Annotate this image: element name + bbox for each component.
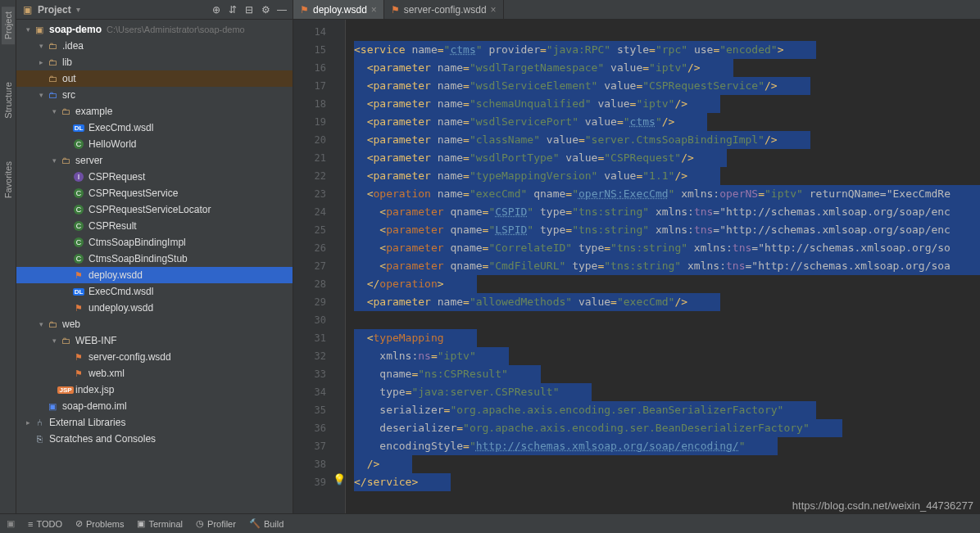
code-editor[interactable]: <service name="ctms" provider="java:RPC"…	[346, 20, 980, 515]
line-number[interactable]: 24	[297, 203, 326, 221]
code-line[interactable]: serializer="org.apache.axis.encoding.ser…	[354, 401, 980, 419]
line-number[interactable]: 37	[297, 437, 326, 455]
tree-item[interactable]: 🗀out	[16, 70, 293, 87]
tree-item[interactable]: ▾🗀WEB-INF	[16, 332, 293, 349]
scratches[interactable]: ⎘ Scratches and Consoles	[16, 431, 293, 447]
close-icon[interactable]: ×	[371, 4, 377, 16]
tree-item[interactable]: ⚑server-config.wsdd	[16, 349, 293, 365]
code-line[interactable]: <parameter qname="CSPID" type="tns:strin…	[354, 203, 980, 221]
line-number[interactable]: 30	[297, 311, 326, 329]
line-number[interactable]: 31	[297, 329, 326, 347]
tree-item[interactable]: ▸🗀lib	[16, 54, 293, 70]
line-number[interactable]: 26	[297, 239, 326, 257]
chevron-icon[interactable]: ▾	[49, 337, 59, 345]
editor-tab[interactable]: ⚑deploy.wsdd×	[293, 0, 384, 19]
code-line[interactable]: </operation>	[354, 275, 980, 293]
line-number[interactable]: 20	[297, 131, 326, 149]
external-libraries[interactable]: ▸ ⑃ External Libraries	[16, 414, 293, 431]
tree-item[interactable]: CCSPRequestService	[16, 185, 293, 201]
line-number[interactable]: 39	[297, 473, 326, 491]
tree-item[interactable]: CCtmsSoapBindingImpl	[16, 234, 293, 251]
tree-item[interactable]: DLExecCmd.wsdl	[16, 120, 293, 136]
tree-item[interactable]: ⚑undeploy.wsdd	[16, 300, 293, 316]
line-number[interactable]: 23	[297, 185, 326, 203]
code-line[interactable]: <parameter name="wsdlTargetNamespace" va…	[354, 59, 980, 77]
project-tree[interactable]: ▾ ▣ soap-demo C:\Users\Administrator\soa…	[16, 20, 293, 533]
gear-icon[interactable]: ⚙	[260, 4, 271, 16]
code-line[interactable]: <parameter name="allowedMethods" value="…	[354, 293, 980, 311]
line-number[interactable]: 22	[297, 167, 326, 185]
chevron-icon[interactable]: ▾	[49, 156, 59, 165]
line-number[interactable]: 34	[297, 383, 326, 401]
code-line[interactable]: xmlns:ns="iptv"	[354, 347, 980, 365]
line-gutter[interactable]: 1415161718192021222324252627282930313233…	[293, 20, 333, 515]
code-line[interactable]: deserializer="org.apache.axis.encoding.s…	[354, 419, 980, 437]
tree-item[interactable]: CCtmsSoapBindingStub	[16, 251, 293, 267]
tree-item[interactable]: ICSPRequest	[16, 169, 293, 185]
code-line[interactable]: <parameter name="wsdlServiceElement" val…	[354, 77, 980, 95]
line-number[interactable]: 33	[297, 365, 326, 383]
intention-bulb-icon[interactable]: 💡	[333, 473, 346, 486]
code-line[interactable]	[354, 23, 980, 41]
tree-item[interactable]: CCSPRequestServiceLocator	[16, 201, 293, 218]
chevron-icon[interactable]: ▾	[36, 91, 46, 99]
tree-item[interactable]: ⚑web.xml	[16, 365, 293, 382]
line-number[interactable]: 21	[297, 149, 326, 167]
problems-tab[interactable]: ⊘Problems	[75, 518, 124, 529]
chevron-icon[interactable]: ▾	[36, 42, 46, 50]
code-line[interactable]: type="java:server.CSPResult"	[354, 383, 980, 401]
code-line[interactable]: qname="ns:CSPResult"	[354, 365, 980, 383]
line-number[interactable]: 29	[297, 293, 326, 311]
line-number[interactable]: 14	[297, 23, 326, 41]
close-icon[interactable]: ×	[491, 4, 497, 16]
toolwindow-project[interactable]: Project	[2, 7, 15, 44]
code-line[interactable]: encodingStyle="http://schemas.xmlsoap.or…	[354, 437, 980, 455]
code-line[interactable]: <service name="ctms" provider="java:RPC"…	[354, 41, 980, 59]
editor-tab[interactable]: ⚑server-config.wsdd×	[384, 0, 504, 19]
line-number[interactable]: 27	[297, 257, 326, 275]
chevron-icon[interactable]: ▸	[36, 58, 46, 66]
tree-item[interactable]: ▣soap-demo.iml	[16, 398, 293, 414]
code-line[interactable]: <typeMapping	[354, 329, 980, 347]
code-line[interactable]: <parameter qname="LSPID" type="tns:strin…	[354, 221, 980, 239]
tree-item[interactable]: JSPindex.jsp	[16, 382, 293, 398]
line-number[interactable]: 28	[297, 275, 326, 293]
line-number[interactable]: 19	[297, 113, 326, 131]
tree-item[interactable]: ▾🗀.idea	[16, 38, 293, 54]
tree-root[interactable]: ▾ ▣ soap-demo C:\Users\Administrator\soa…	[16, 21, 293, 38]
chevron-icon[interactable]: ▾	[49, 107, 59, 115]
profiler-tab[interactable]: ◷Profiler	[196, 518, 236, 529]
line-number[interactable]: 25	[297, 221, 326, 239]
tree-item[interactable]: ▾🗀src	[16, 87, 293, 103]
tree-item-selected[interactable]: ⚑deploy.wsdd	[16, 267, 293, 283]
tree-item[interactable]: CHelloWorld	[16, 136, 293, 152]
code-line[interactable]: <operation name="execCmd" qname="operNS:…	[354, 185, 980, 203]
terminal-tab[interactable]: ▣Terminal	[137, 518, 183, 529]
toolwindow-favorites[interactable]: Favorites	[2, 156, 15, 203]
code-line[interactable]: />	[354, 455, 980, 473]
code-line[interactable]: <parameter name="schemaUnqualified" valu…	[354, 95, 980, 113]
code-line[interactable]: <parameter name="wsdlPortType" value="CS…	[354, 149, 980, 167]
line-number[interactable]: 18	[297, 95, 326, 113]
tree-item[interactable]: CCSPResult	[16, 218, 293, 234]
code-line[interactable]: <parameter qname="CmdFileURL" type="tns:…	[354, 257, 980, 275]
line-number[interactable]: 32	[297, 347, 326, 365]
locate-icon[interactable]: ⊕	[211, 4, 222, 16]
build-tab[interactable]: 🔨Build	[249, 518, 284, 529]
code-line[interactable]: <parameter name="className" value="serve…	[354, 131, 980, 149]
code-line[interactable]: <parameter name="typeMappingVersion" val…	[354, 167, 980, 185]
code-line[interactable]: <parameter name="wsdlServicePort" value=…	[354, 113, 980, 131]
dropdown-icon[interactable]: ▾	[76, 5, 80, 14]
tree-item[interactable]: ▾🗀server	[16, 152, 293, 169]
code-line[interactable]: </service>	[354, 473, 980, 491]
hide-icon[interactable]: —	[276, 4, 288, 16]
tree-item[interactable]: ▾🗀example	[16, 103, 293, 120]
line-number[interactable]: 36	[297, 419, 326, 437]
line-number[interactable]: 17	[297, 77, 326, 95]
line-number[interactable]: 38	[297, 455, 326, 473]
collapse-icon[interactable]: ⊟	[243, 4, 255, 16]
tree-item[interactable]: ▾🗀web	[16, 316, 293, 332]
line-number[interactable]: 35	[297, 401, 326, 419]
fold-gutter[interactable]	[333, 20, 346, 515]
line-number[interactable]: 16	[297, 59, 326, 77]
